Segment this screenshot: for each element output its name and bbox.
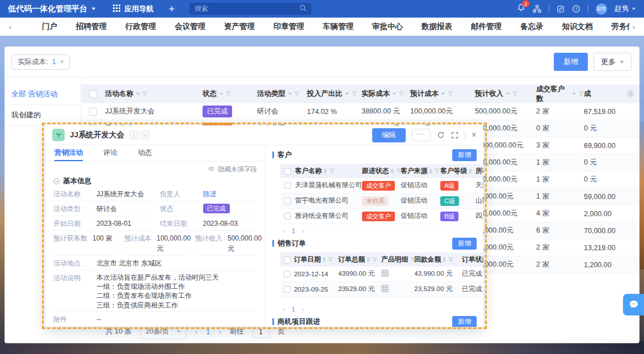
add-button[interactable]: 新增 <box>554 53 588 71</box>
detail-tab[interactable]: 营销活动 <box>54 145 83 161</box>
row-checkbox[interactable] <box>284 271 291 277</box>
filter-funnel-icon[interactable] <box>142 91 148 96</box>
filter-funnel-icon[interactable] <box>329 168 334 174</box>
filter-funnel-icon[interactable] <box>579 91 584 96</box>
nav-scroll-right-icon[interactable]: › <box>629 23 638 31</box>
detail-tab[interactable]: 评论 <box>103 145 117 161</box>
column-header[interactable]: 跟进状态 <box>362 167 401 176</box>
column-header[interactable]: 订单总额 <box>338 255 381 264</box>
column-header[interactable]: 成交客户数 <box>536 85 584 104</box>
sort-caret-icon[interactable] <box>573 93 576 95</box>
current-page[interactable]: 1 <box>292 227 295 234</box>
sort-icon[interactable] <box>390 168 394 174</box>
current-page[interactable]: 1 <box>292 306 295 313</box>
column-header[interactable]: 活动类型 <box>257 89 307 99</box>
hide-empty-toggle[interactable]: 隐藏未填字段 <box>53 165 257 174</box>
prev-page-button[interactable]: ‹ <box>283 227 285 234</box>
prev-record-button[interactable]: ‹ <box>129 130 138 140</box>
nav-item[interactable]: 劳务代缴 <box>611 19 630 34</box>
detail-tab[interactable]: 动态 <box>138 145 152 161</box>
filter-funnel-icon[interactable] <box>448 257 453 262</box>
column-header[interactable]: 客户等级 <box>440 167 475 176</box>
current-page[interactable]: 1 <box>206 328 210 336</box>
brand-switcher[interactable]: 低代码一体化管理平台 <box>8 4 96 14</box>
order-row[interactable]: 2023-12-1443990.00 元43,990.00 元已完成赵 <box>280 267 483 282</box>
nav-item[interactable]: 印章管理 <box>272 19 305 34</box>
filter-funnel-icon[interactable] <box>448 91 453 96</box>
row-checkbox[interactable] <box>89 108 97 116</box>
notifications-button[interactable]: 2 <box>517 3 525 14</box>
order-row[interactable]: 2023-09-2523529.00 元23,529.00 元已完成赵 <box>280 282 483 297</box>
prev-page-button[interactable]: ‹ <box>283 306 285 313</box>
select-all-checkbox[interactable] <box>89 90 97 98</box>
sort-icon[interactable] <box>443 257 446 262</box>
filter-funnel-icon[interactable] <box>352 91 357 96</box>
related-add-button[interactable]: 新增 <box>452 238 477 250</box>
chat-fab-button[interactable] <box>623 294 644 315</box>
avatar[interactable]: 赵隽 <box>596 3 607 15</box>
product-detail-grid-icon[interactable] <box>381 285 389 294</box>
column-header[interactable]: 状态 <box>203 89 257 99</box>
column-settings-gear-icon[interactable] <box>626 90 634 99</box>
section-title[interactable]: 基本信息 <box>53 176 257 186</box>
sort-caret-icon[interactable] <box>441 93 445 95</box>
nav-item[interactable]: 知识文档 <box>561 19 594 34</box>
fullscreen-icon[interactable] <box>451 132 458 139</box>
sort-icon[interactable] <box>322 257 326 262</box>
sort-caret-icon[interactable] <box>506 93 510 95</box>
nav-scroll-left-icon[interactable]: ‹ <box>6 23 15 31</box>
sort-icon[interactable] <box>367 257 370 262</box>
product-detail-grid-icon[interactable] <box>381 269 389 279</box>
column-header[interactable]: 预计收入 <box>475 89 536 99</box>
related-add-button[interactable]: 新增 <box>452 149 477 161</box>
nav-item[interactable]: 资产管理 <box>223 19 256 34</box>
select-all-checkbox[interactable] <box>284 168 291 175</box>
select-all-checkbox[interactable] <box>284 256 291 263</box>
sort-icon[interactable] <box>469 168 472 174</box>
filter-funnel-icon[interactable] <box>399 91 404 96</box>
nav-item[interactable]: 车辆管理 <box>322 19 355 34</box>
sidebar-item[interactable]: 全部 营销活动 <box>5 84 81 105</box>
close-icon[interactable]: × <box>472 130 477 140</box>
related-add-button[interactable]: 新增 <box>452 316 477 327</box>
more-actions-button[interactable]: ··· <box>412 129 431 141</box>
filter-funnel-icon[interactable] <box>512 91 517 96</box>
filter-funnel-icon[interactable] <box>396 168 401 174</box>
column-header[interactable]: 订单状态 <box>462 255 483 264</box>
column-header[interactable]: 客户来源 <box>401 167 440 176</box>
sort-icon[interactable] <box>323 168 327 174</box>
row-checkbox[interactable] <box>284 213 291 220</box>
customer-row[interactable]: 雅诗纸业有限公司成交客户促销活动B级四川省 <box>280 209 483 224</box>
row-checkbox[interactable] <box>284 286 291 293</box>
filter-funnel-icon[interactable] <box>372 257 377 262</box>
nav-item[interactable]: 门户 <box>41 19 58 34</box>
app-nav-button[interactable]: 应用导航 <box>113 4 154 14</box>
remove-filter-icon[interactable]: × <box>60 58 64 66</box>
filter-funnel-icon[interactable] <box>410 257 414 262</box>
row-checkbox[interactable] <box>284 197 291 204</box>
collapse-icon[interactable] <box>53 178 60 184</box>
compose-button[interactable] <box>557 5 565 13</box>
add-tab-button[interactable]: + <box>169 3 175 14</box>
edit-button[interactable]: 编辑 <box>372 128 406 142</box>
column-header[interactable]: 所在地区 <box>475 167 483 176</box>
table-row[interactable]: JJ系统开发大会已完成研讨会174.02 %38800.00 元100,000.… <box>81 103 639 120</box>
column-header[interactable]: 回款金额 <box>414 255 462 264</box>
column-header[interactable]: 实际成本 <box>361 89 410 99</box>
prev-page-button[interactable]: ‹ <box>195 327 197 336</box>
customer-row[interactable]: 天津晨蒲机械有限公司成交客户促销活动A级天津市 <box>280 178 483 193</box>
sort-caret-icon[interactable] <box>220 93 223 95</box>
sort-caret-icon[interactable] <box>288 93 292 95</box>
column-header[interactable]: 投入产出比 <box>307 89 361 99</box>
next-page-button[interactable]: › <box>302 227 304 234</box>
more-button[interactable]: 更多 <box>594 53 632 71</box>
goto-page-input[interactable] <box>252 325 270 338</box>
nav-item[interactable]: 审批中心 <box>371 19 404 34</box>
nav-item[interactable]: 邮件管理 <box>470 19 503 34</box>
column-header[interactable]: 客户名称 <box>295 167 362 176</box>
column-header[interactable]: 活动名称 <box>105 89 203 99</box>
column-header[interactable]: 产品明细 <box>381 255 414 264</box>
nav-item[interactable]: 招聘管理 <box>75 19 108 34</box>
search-input[interactable]: 搜索 <box>190 3 312 15</box>
org-chart-button[interactable] <box>533 5 541 13</box>
